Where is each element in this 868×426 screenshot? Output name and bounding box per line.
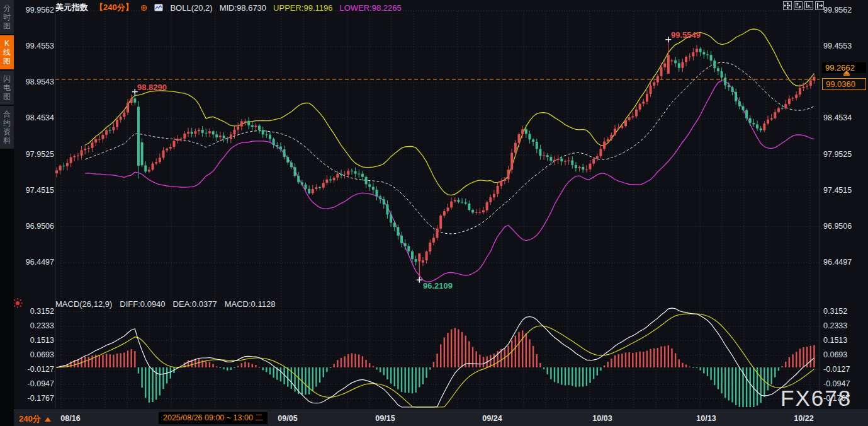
period-label: 【240分】 — [95, 2, 133, 13]
sidebar-tab-分时图[interactable]: 分时图 — [0, 0, 14, 34]
macd-axis-tick: 0.0693 — [15, 350, 54, 359]
price-axis-tick: 98.9543 — [15, 78, 54, 86]
macd-axis-tick: 0.1513 — [823, 336, 847, 345]
price-axis-tick: 96.9506 — [823, 222, 852, 231]
date-axis-tick: 09/24 — [470, 414, 514, 423]
price-axis-tick: 96.4497 — [15, 258, 54, 267]
chart-window: 分时图K线图闪电图合约资料 美元指数 【240分】 ⊕ BOLL(20,2) M… — [0, 0, 868, 426]
price-axis-tick: 99.9562 — [823, 6, 852, 14]
price-axis-tick: 99.4553 — [823, 42, 852, 50]
price-axis-tick: 96.4497 — [823, 258, 852, 267]
chart-toolbar — [783, 1, 824, 10]
move-crosshair-button[interactable] — [783, 1, 792, 10]
macd-axis-tick: 0.0693 — [823, 350, 847, 359]
price-up-arrow-icon — [843, 71, 850, 76]
date-axis-tick: 10/13 — [684, 414, 728, 423]
price-axis-tick: 99.9562 — [15, 6, 54, 14]
current-price-tag: 99.0360 — [822, 78, 866, 90]
macd-header: MACD(26,12,9) DIFF:0.0940 DEA:0.0377 MAC… — [55, 299, 275, 309]
mini-chart-icon[interactable] — [154, 4, 163, 11]
price-axis-tick: 97.4515 — [823, 186, 852, 195]
macd-diff-value: DIFF:0.0940 — [120, 299, 165, 309]
sidebar-tab-合约资料[interactable]: 合约资料 — [0, 106, 14, 149]
boll-lower-value: LOWER:98.2265 — [340, 3, 402, 13]
axis-scale-left-icon — [795, 3, 801, 9]
date-axis-tick: 10/03 — [580, 414, 624, 423]
price-axis-tick: 97.9525 — [823, 150, 852, 159]
date-axis-tick: 09/15 — [363, 414, 407, 423]
macd-axis-tick: 0.3152 — [823, 307, 847, 316]
price-axis-tick: 99.4553 — [15, 42, 54, 50]
boll-label: BOLL(20,2) — [170, 3, 212, 13]
selected-bar-range: 2025/08/26 09:00 ~ 13:00 二 — [159, 412, 268, 424]
add-indicator-icon[interactable]: ⊕ — [140, 4, 148, 11]
price-axis-tick: 97.9525 — [15, 150, 54, 159]
macd-axis-tick: -0.0127 — [823, 365, 850, 374]
macd-axis-tick: 0.2333 — [15, 321, 54, 330]
annotation-sep-low: 96.2109 — [423, 281, 453, 291]
price-axis-tick: 98.4534 — [15, 113, 54, 122]
macd-axis-tick: 0.2333 — [823, 321, 847, 330]
macd-axis-tick: 0.1513 — [15, 336, 54, 345]
sidebar-tab-K线图[interactable]: K线图 — [0, 35, 14, 69]
jump-to-latest-button[interactable] — [815, 1, 824, 10]
macd-dea-value: DEA:0.0377 — [173, 299, 217, 309]
jump-to-latest-icon — [816, 3, 823, 9]
period-selector-label: 240分 — [19, 413, 41, 425]
period-selector[interactable]: 240分 — [19, 413, 51, 425]
price-axis-tick: 97.4515 — [15, 186, 54, 195]
macd-axis-tick: -0.1767 — [15, 394, 54, 403]
macd-axis-tick: -0.0947 — [15, 379, 54, 388]
symbol-name: 美元指数 — [55, 2, 88, 13]
macd-title: MACD(26,12,9) — [55, 299, 112, 309]
sidebar: 分时图K线图闪电图合约资料 — [0, 0, 14, 426]
price-axis-tick: 96.9506 — [15, 222, 54, 231]
move-crosshair-icon — [784, 3, 791, 9]
date-axis-tick: 10/22 — [782, 414, 826, 423]
annotation-aug-high: 98.8290 — [137, 83, 167, 92]
boll-upper-value: UPPER:99.1196 — [273, 3, 332, 13]
macd-axis-tick: -0.0127 — [15, 365, 54, 374]
time-axis-bar: 240分 2025/08/26 09:00 ~ 13:00 二 08/1609/… — [14, 410, 868, 426]
date-axis-tick: 09/05 — [266, 414, 310, 423]
macd-macd-value: MACD:0.1128 — [225, 299, 276, 309]
date-axis-tick: 08/16 — [48, 414, 93, 423]
watermark: FX678 — [781, 386, 852, 411]
boll-mid-value: MID:98.6730 — [220, 3, 266, 13]
axis-scale-left-button[interactable] — [794, 1, 803, 10]
annotation-oct-high: 99.5549 — [671, 30, 701, 40]
price-axis-tick: 98.4534 — [823, 113, 852, 122]
sidebar-tab-闪电图[interactable]: 闪电图 — [0, 71, 14, 105]
axis-scale-right-button[interactable] — [804, 1, 813, 10]
axis-scale-right-icon — [806, 3, 812, 9]
candlestick-chart[interactable] — [0, 0, 868, 426]
chart-header: 美元指数 【240分】 ⊕ BOLL(20,2) MID:98.6730 UPP… — [55, 2, 402, 13]
